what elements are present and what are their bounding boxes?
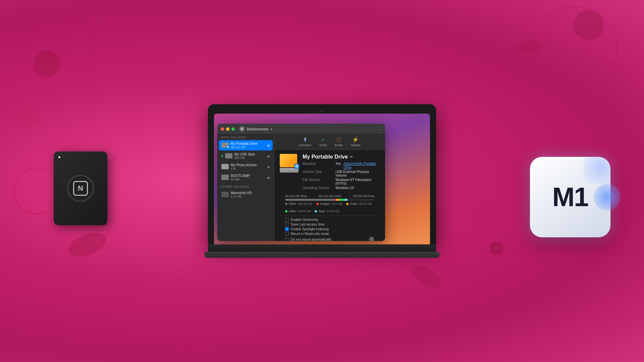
storage-bar <box>285 199 374 201</box>
hdd-body: N <box>54 152 107 225</box>
meta-value-mounted: Yes <box>335 162 341 169</box>
sidebar-item-macintosh-hd[interactable]: Macintosh HD 1,11 TB <box>219 189 273 200</box>
deco-circle-4 <box>13 168 60 215</box>
main-panel: ⬆ Unmount ✓ Verify ⬡ Erase <box>274 134 385 241</box>
meta-value-filesystem: Windows NT Filesystem (NTFS) <box>335 178 380 185</box>
meta-row-mounted: Mounted Yes /Volumes/My Portable Drive <box>303 162 380 169</box>
laptop: B Bartholomew ▾ ··· NTFS Volumes <box>208 104 436 258</box>
drive-icon-usb <box>225 153 232 159</box>
legend-value-images: 4,51 GB <box>331 202 342 205</box>
verify-icon: ✓ <box>321 136 325 143</box>
titlebar-info: B Bartholomew ▾ <box>239 126 272 132</box>
traffic-light-minimize[interactable] <box>226 127 229 131</box>
meta-row-os: Operating System Windows 10 <box>303 186 380 190</box>
drive-icon-box-photo <box>221 164 229 169</box>
titlebar-more-btn[interactable]: ··· <box>378 126 382 132</box>
legend-audio: Audio 18,32 GB <box>346 202 372 205</box>
sidebar-item-name-bootcamp: BOOTCAMP <box>231 174 265 178</box>
checkbox-no-automount[interactable] <box>285 238 289 241</box>
hdd-logo-circle: N <box>67 175 94 202</box>
legend-value-other: 260,32 GB <box>298 202 312 205</box>
sidebar-item-bootcamp[interactable]: BOOTCAMP 64 GB ⏏ <box>219 172 273 183</box>
option-row-readonly: Mount in Read-only mode <box>285 232 374 236</box>
drive-icon-base <box>280 168 299 173</box>
m1-text: M1 <box>552 182 588 213</box>
sidebar-item-usb-stick[interactable]: My USB Stick 256 GB ⏏ <box>219 151 273 161</box>
hdd-led <box>58 156 60 158</box>
eject-btn-usb[interactable]: ⏏ <box>267 154 270 158</box>
user-name: Bartholomew <box>247 127 268 131</box>
sidebar-item-portable-drive[interactable]: My Portable Drive 461,91 GB ⏏ <box>219 140 273 150</box>
toolbar-startup-btn[interactable]: ⚡ Startup <box>351 136 361 147</box>
drive-header: My Portable Drive ✏ Mounted Yes /Volumes… <box>280 154 380 190</box>
option-row-no-automount: Do not mount automatically ? <box>285 237 374 241</box>
sidebar-item-size-bootcamp: 64 GB <box>231 178 265 181</box>
bar-video <box>339 199 345 201</box>
bar-other <box>285 199 335 201</box>
checkbox-readonly[interactable] <box>285 232 289 236</box>
drive-meta: My Portable Drive ✏ Mounted Yes /Volumes… <box>303 154 380 190</box>
toolbar-unmount-btn[interactable]: ⬆ Unmount <box>299 136 311 147</box>
sidebar-item-name-usb: My USB Stick <box>234 153 265 156</box>
sidebar-item-info-usb: My USB Stick 256 GB <box>234 153 265 160</box>
laptop-container: B Bartholomew ▾ ··· NTFS Volumes <box>208 104 436 258</box>
checkbox-ownership[interactable] <box>285 218 289 222</box>
legend-other: Other 260,32 GB <box>285 202 312 205</box>
eject-btn-photo[interactable]: ⏏ <box>267 165 270 169</box>
legend-video: Video 28,55 GB <box>285 209 311 213</box>
sidebar-item-name-photo: My Photo Archive <box>231 163 265 167</box>
drive-icon-large <box>280 154 299 173</box>
sidebar-item-name-portable: My Portable Drive <box>231 142 265 145</box>
sidebar-item-info-bootcamp: BOOTCAMP 64 GB <box>231 174 265 181</box>
option-row-spotlight: Enable Spotlight indexing <box>285 227 374 231</box>
sidebar-item-photo-archive[interactable]: My Photo Archive 128 ⏏ <box>219 162 273 172</box>
bar-free <box>347 199 374 201</box>
checkbox-access-time[interactable] <box>285 223 289 226</box>
laptop-screen-bezel: B Bartholomew ▾ ··· NTFS Volumes <box>208 104 436 244</box>
legend-value-audio: 18,32 GB <box>359 202 372 205</box>
legend-label-video: Video <box>289 209 297 213</box>
toolbar-erase-btn[interactable]: ⬡ Erase <box>335 136 343 147</box>
legend-label-audio: Audio <box>350 202 358 205</box>
options-section: Enable Ownership Save Last access time E… <box>280 216 380 241</box>
drive-icon-box-mac <box>221 192 229 197</box>
legend-dot-apps <box>315 210 317 213</box>
traffic-light-close[interactable] <box>221 127 224 131</box>
legend-value-apps: 14,63 GB <box>326 209 339 213</box>
storage-free: 283,55 GB Free <box>353 194 374 198</box>
eject-btn-bootcamp[interactable]: ⏏ <box>267 176 270 179</box>
meta-label-os: Operating System <box>303 186 333 190</box>
erase-label: Erase <box>335 143 343 147</box>
edit-icon[interactable]: ✏ <box>350 155 353 159</box>
legend-value-video: 28,55 GB <box>298 209 311 213</box>
checkbox-spotlight[interactable] <box>285 227 289 231</box>
meta-value-mount-path[interactable]: /Volumes/My Portable Drive <box>343 162 380 169</box>
unmount-icon: ⬆ <box>303 136 307 143</box>
sidebar-section-ntfs: NTFS Volumes <box>217 134 274 140</box>
option-label-access-time: Save Last access time <box>291 223 324 226</box>
toolbar-verify-btn[interactable]: ✓ Verify <box>319 136 327 147</box>
drive-windows-badge-large <box>294 164 299 169</box>
legend-dot-images <box>316 203 319 205</box>
drive-title: My Portable Drive ✏ <box>303 154 380 160</box>
unmount-label: Unmount <box>299 143 311 147</box>
meta-label-mounted: Mounted <box>303 162 333 169</box>
windows-badge-portable <box>226 145 229 148</box>
help-button[interactable]: ? <box>369 237 374 241</box>
option-label-readonly: Mount in Read-only mode <box>291 232 329 236</box>
toolbar: ⬆ Unmount ✓ Verify ⬡ Erase <box>274 134 385 150</box>
deco-circle-10 <box>490 241 503 255</box>
camera-dot <box>321 110 323 112</box>
meta-row-filesystem: File System Windows NT Filesystem (NTFS) <box>303 178 380 185</box>
legend-apps: Apps 14,63 GB <box>315 209 339 213</box>
drive-icon-box-portable <box>221 142 229 148</box>
option-label-ownership: Enable Ownership <box>291 218 318 222</box>
drive-title-text: My Portable Drive <box>303 154 348 160</box>
traffic-light-maximize[interactable] <box>231 127 235 131</box>
sidebar-section-other: Other Volumes <box>217 183 274 189</box>
drive-icon-photo <box>221 164 229 170</box>
sidebar-item-info-portable: My Portable Drive 461,91 GB <box>231 142 265 149</box>
m1-glow <box>594 184 621 210</box>
eject-btn-portable[interactable]: ⏏ <box>267 143 270 147</box>
legend-label-images: Images <box>320 202 330 205</box>
